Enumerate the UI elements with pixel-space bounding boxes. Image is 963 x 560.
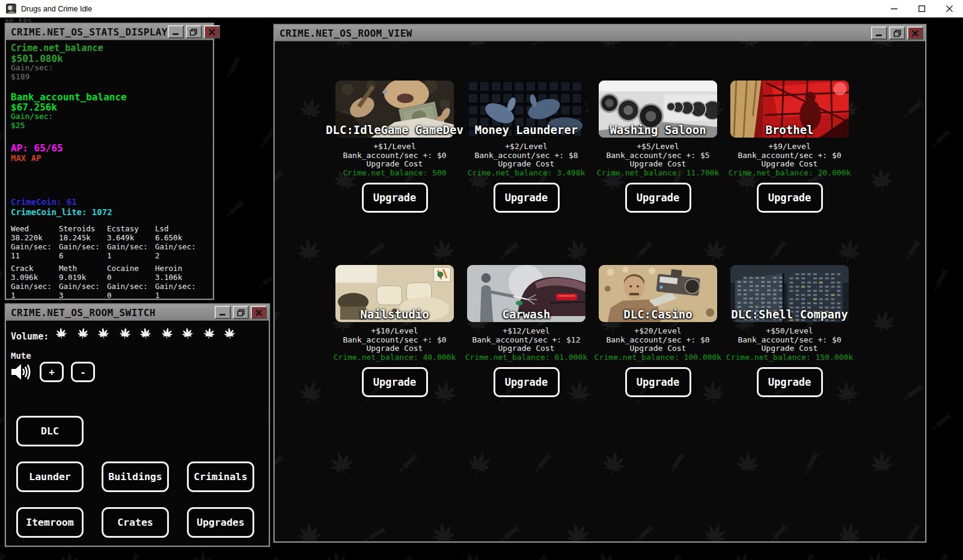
card-per-level: +$1/Level <box>373 142 415 151</box>
drug-gain-label: Gain/sec: <box>11 242 59 251</box>
drug-amount: 6.650k <box>155 233 203 242</box>
upgrade-button[interactable]: Upgrade <box>362 367 428 397</box>
nav-button-launder[interactable]: Launder <box>16 461 84 492</box>
building-card: Washing Saloon +$5/Level Bank_account/se… <box>599 81 717 213</box>
mute-label: Mute <box>11 351 269 361</box>
card-upgrade-cost-label: Upgrade Cost <box>498 344 555 353</box>
bank-balance-value: $67.256k <box>11 102 208 112</box>
upgrade-button[interactable]: Upgrade <box>494 367 560 397</box>
upgrade-button[interactable]: Upgrade <box>625 367 691 397</box>
room-view-title: CRIME.NET_OS_ROOM_VIEW <box>280 28 412 39</box>
upgrade-button[interactable]: Upgrade <box>625 183 691 213</box>
card-bank-per-sec: Bank_account/sec +: $5 <box>606 151 709 160</box>
drug-stat: Weed 38.220k Gain/sec: 11 <box>11 224 59 260</box>
app-maximize-button[interactable] <box>908 0 935 18</box>
stats-window-titlebar[interactable]: CRIME.NET_OS_STATS_DISPLAY <box>6 24 213 40</box>
volume-down-button[interactable]: - <box>71 362 95 382</box>
card-upgrade-cost-value: Crime.net_balance: 3.498k <box>468 169 585 178</box>
drug-name: Lsd <box>155 224 203 233</box>
drug-amount: 3.649k <box>107 233 155 242</box>
card-upgrade-cost-value: Crime.net_balance: 11.700k <box>597 169 720 178</box>
building-card-grid: DLC:IdleGame GameDev +$1/Level Bank_acco… <box>335 81 849 397</box>
card-bank-per-sec: Bank_account/sec +: $12 <box>472 336 580 345</box>
view-restore-button[interactable] <box>889 26 905 40</box>
drug-amount: 18.245k <box>59 233 107 242</box>
drug-gain-value: 1 <box>107 251 155 260</box>
maximize-icon <box>918 5 926 13</box>
switch-minimize-button[interactable] <box>215 306 231 319</box>
stats-window: CRIME.NET_OS_STATS_DISPLAY Crime.net_bal… <box>5 23 214 300</box>
building-card: Carwash +$12/Level Bank_account/sec +: $… <box>467 265 585 397</box>
card-bank-per-sec: Bank_account/sec +: $0 <box>343 151 446 160</box>
bank-gain-value: $25 <box>11 121 208 130</box>
view-close-button[interactable] <box>907 26 923 40</box>
drug-stat: Heroin 3.106k Gain/sec: 1 <box>155 264 203 299</box>
cannabis-leaf-icon <box>177 325 198 348</box>
app-title: Drugs and Crime Idle <box>21 5 92 13</box>
restore-icon <box>189 28 198 36</box>
card-upgrade-cost-value: Crime.net_balance: 100.000k <box>595 353 721 362</box>
volume-label: Volume: <box>11 331 49 342</box>
switch-close-button[interactable] <box>251 306 267 319</box>
room-view-window: CRIME.NET_OS_ROOM_VIEW DLC:IdleGame Game… <box>274 24 926 543</box>
room-view-titlebar[interactable]: CRIME.NET_OS_ROOM_VIEW <box>275 25 925 41</box>
drug-amount: 38.220k <box>11 233 59 242</box>
close-icon <box>255 309 263 317</box>
nav-button-criminals[interactable]: Criminals <box>187 461 254 492</box>
drug-gain-label: Gain/sec: <box>11 282 59 291</box>
drug-name: Heroin <box>155 264 203 273</box>
card-upgrade-cost-value: Crime.net_balance: 500 <box>343 169 446 178</box>
speaker-icon[interactable] <box>11 363 32 381</box>
card-upgrade-cost-label: Upgrade Cost <box>762 344 818 353</box>
switch-restore-button[interactable] <box>233 306 249 319</box>
card-per-level: +$10/Level <box>371 327 418 336</box>
nav-button-upgrades[interactable]: Upgrades <box>187 507 254 538</box>
upgrade-button[interactable]: Upgrade <box>362 183 428 213</box>
drug-name: Crack <box>11 264 59 273</box>
cannabis-leaf-icon <box>198 325 219 348</box>
app-icon <box>6 4 16 14</box>
volume-up-button[interactable]: + <box>40 362 64 382</box>
card-title: Nailstudio <box>360 308 429 321</box>
drug-name: Cocaine <box>107 264 155 273</box>
nav-button-dlc[interactable]: DLC <box>16 416 84 446</box>
close-icon <box>208 28 216 36</box>
nav-button-buildings[interactable]: Buildings <box>102 461 169 492</box>
card-upgrade-cost-value: Crime.net_balance: 150.000k <box>726 353 853 362</box>
app-titlebar[interactable]: Drugs and Crime Idle <box>0 0 963 18</box>
drug-stat: Crack 3.096k Gain/sec: 1 <box>11 264 59 299</box>
cannabis-leaf-icon <box>114 325 135 348</box>
drug-gain-label: Gain/sec: <box>107 282 155 291</box>
drug-amount: 0 <box>107 273 155 282</box>
drug-gain-value: 3 <box>59 291 107 299</box>
nav-button-itemroom[interactable]: Itemroom <box>16 507 84 538</box>
stats-minimize-button[interactable] <box>168 25 184 38</box>
room-switch-window: CRIME.NET_OS_ROOM_SWITCH Volume: Mute + … <box>5 303 270 547</box>
card-per-level: +$9/Level <box>768 142 810 151</box>
minimize-icon <box>172 29 180 35</box>
drug-gain-value: 0 <box>107 291 155 299</box>
app-minimize-button[interactable] <box>880 0 908 18</box>
building-card: Brothel +$9/Level Bank_account/sec +: $0… <box>730 81 849 213</box>
room-switch-titlebar[interactable]: CRIME.NET_OS_ROOM_SWITCH <box>6 305 269 321</box>
stats-restore-button[interactable] <box>186 25 202 38</box>
drug-stat: Cocaine 0 Gain/sec: 0 <box>107 264 155 299</box>
upgrade-button[interactable]: Upgrade <box>494 183 560 213</box>
stats-close-button[interactable] <box>204 25 220 38</box>
drug-gain-value: 1 <box>11 291 59 299</box>
card-per-level: +$20/Level <box>634 327 681 336</box>
drug-gain-label: Gain/sec: <box>155 242 203 251</box>
crime-net-gain-label: Gain/sec: <box>11 64 208 73</box>
stats-window-title: CRIME.NET_OS_STATS_DISPLAY <box>11 26 168 38</box>
app-close-button[interactable] <box>935 0 963 18</box>
view-minimize-button[interactable] <box>871 26 887 40</box>
upgrade-button[interactable]: Upgrade <box>757 183 823 213</box>
cannabis-leaf-icon <box>135 325 156 348</box>
room-switch-title: CRIME.NET_OS_ROOM_SWITCH <box>11 307 156 318</box>
card-title: Money Launderer <box>475 123 578 136</box>
drug-stat: Steroids 18.245k Gain/sec: 6 <box>59 224 107 260</box>
upgrade-button[interactable]: Upgrade <box>757 367 823 397</box>
nav-button-crates[interactable]: Crates <box>102 507 169 538</box>
card-upgrade-cost-label: Upgrade Cost <box>367 344 423 353</box>
card-per-level: +$2/Level <box>505 142 547 151</box>
